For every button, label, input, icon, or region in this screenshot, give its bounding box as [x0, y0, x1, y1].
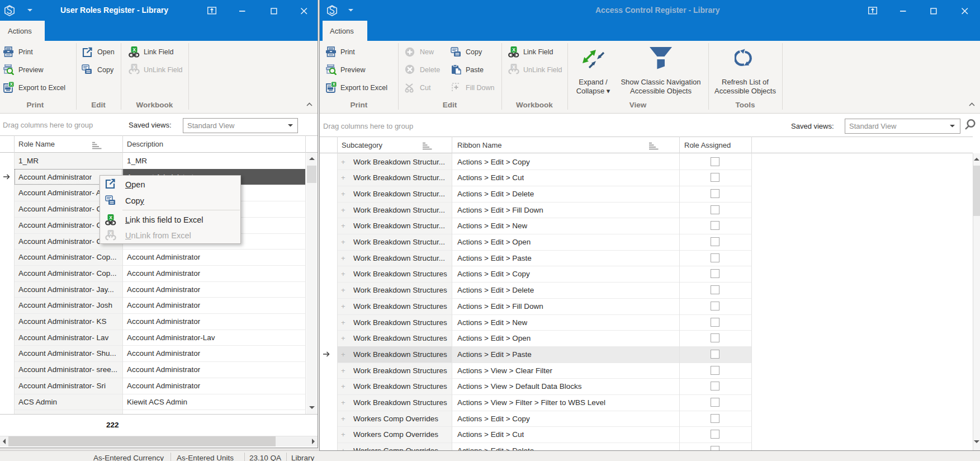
svg-text:X: X — [132, 47, 136, 53]
svg-text:X: X — [109, 230, 112, 236]
svg-text:X: X — [109, 215, 112, 220]
svg-text:X: X — [10, 82, 13, 87]
svg-text:X: X — [512, 64, 515, 70]
svg-text:X: X — [512, 47, 515, 53]
svg-text:X: X — [132, 64, 136, 70]
svg-text:X: X — [333, 82, 335, 87]
